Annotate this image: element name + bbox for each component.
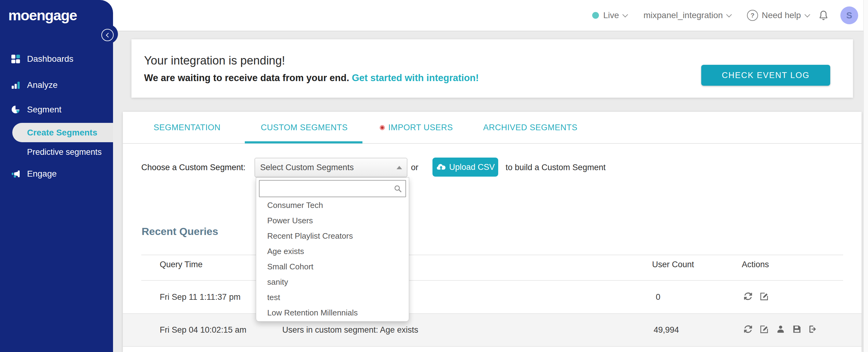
sidebar-item-label: Predictive segments bbox=[27, 148, 102, 157]
sidebar-item-label: Analyze bbox=[27, 80, 58, 90]
environment-switcher[interactable]: Live bbox=[592, 0, 627, 31]
select-value: Select Custom Segments bbox=[260, 163, 354, 172]
chevron-down-icon bbox=[804, 12, 810, 17]
chevron-down-icon bbox=[726, 12, 732, 17]
tab-label: CUSTOM SEGMENTS bbox=[261, 123, 348, 132]
upload-csv-label: Upload CSV bbox=[449, 162, 495, 172]
sidebar-item-analyze[interactable]: Analyze bbox=[0, 76, 113, 94]
tab-import-users[interactable]: IMPORT USERS bbox=[380, 112, 453, 143]
export-icon[interactable] bbox=[808, 324, 818, 334]
choose-segment-label: Choose a Custom Segment: bbox=[141, 158, 245, 177]
edit-icon[interactable] bbox=[760, 324, 769, 334]
help-label: Need help bbox=[762, 10, 801, 20]
dropdown-option[interactable]: Low Retention Millennials bbox=[256, 305, 409, 320]
workspace-name: mixpanel_integration bbox=[644, 10, 723, 20]
sidebar-item-segment[interactable]: Segment bbox=[0, 100, 113, 119]
tab-custom-segments[interactable]: CUSTOM SEGMENTS bbox=[261, 112, 348, 143]
top-header: Live mixpanel_integration ? Need help S bbox=[0, 0, 868, 31]
sidebar-item-dashboards[interactable]: Dashboards bbox=[0, 50, 113, 68]
recent-queries-title: Recent Queries bbox=[142, 225, 218, 237]
query-time-cell: Fri Sep 04 10:02:15 am bbox=[160, 325, 246, 335]
divider bbox=[123, 346, 862, 347]
custom-segment-select[interactable]: Select Custom Segments bbox=[255, 158, 407, 177]
sidebar-item-label: Segment bbox=[27, 105, 61, 115]
dropdown-option[interactable]: sanity bbox=[256, 274, 409, 290]
upload-csv-button[interactable]: Upload CSV bbox=[432, 158, 498, 177]
query-info-cell: Users in custom segment: Age exists bbox=[282, 325, 418, 335]
integration-pending-banner: Your integration is pending! We are wait… bbox=[131, 39, 853, 98]
sidebar-item-engage[interactable]: Engage bbox=[0, 165, 113, 183]
save-icon[interactable] bbox=[792, 324, 802, 334]
avatar-initial: S bbox=[846, 10, 852, 21]
tab-label: ARCHIVED SEGMENTS bbox=[483, 123, 578, 132]
notifications-button[interactable] bbox=[818, 0, 829, 31]
divider bbox=[123, 313, 862, 314]
megaphone-icon bbox=[11, 169, 20, 179]
dropdown-option[interactable]: Age exists bbox=[256, 244, 409, 259]
user-count-cell: 49,994 bbox=[654, 325, 679, 335]
cloud-upload-icon bbox=[436, 162, 446, 172]
chevron-down-icon bbox=[623, 12, 628, 17]
user-avatar[interactable]: S bbox=[840, 6, 858, 24]
column-header-user-count: User Count bbox=[652, 260, 694, 269]
segment-search-input[interactable] bbox=[261, 182, 385, 195]
search-icon bbox=[393, 184, 402, 193]
sidebar: moengage Dashboards Analyze bbox=[0, 0, 113, 352]
sidebar-item-label: Create Segments bbox=[27, 128, 97, 138]
column-header-query-time: Query Time bbox=[160, 260, 203, 269]
live-status-icon bbox=[592, 12, 599, 19]
divider bbox=[141, 255, 843, 255]
dashboards-grid-icon bbox=[11, 54, 20, 64]
user-icon[interactable] bbox=[776, 324, 785, 334]
bell-icon bbox=[818, 9, 829, 21]
question-circle-icon: ? bbox=[747, 10, 758, 21]
column-header-actions: Actions bbox=[742, 260, 769, 269]
check-event-log-button[interactable]: CHECK EVENT LOG bbox=[701, 65, 830, 86]
build-segment-text: to build a Custom Segment bbox=[505, 158, 606, 177]
chevron-left-icon bbox=[106, 33, 111, 37]
or-text: or bbox=[411, 158, 418, 177]
user-count-cell: 0 bbox=[656, 292, 660, 302]
query-time-cell: Fri Sep 11 1:11:37 pm bbox=[160, 292, 241, 302]
tab-bar: SEGMENTATION CUSTOM SEGMENTS IMPORT USER… bbox=[123, 112, 862, 144]
tab-segmentation[interactable]: SEGMENTATION bbox=[154, 112, 220, 143]
import-alert-icon bbox=[380, 125, 385, 130]
tab-archived-segments[interactable]: ARCHIVED SEGMENTS bbox=[483, 112, 578, 143]
sidebar-item-create-segments[interactable]: Create Segments bbox=[12, 123, 113, 142]
banner-title: Your integration is pending! bbox=[144, 54, 285, 67]
segment-search-box bbox=[259, 180, 406, 197]
refresh-icon[interactable] bbox=[743, 324, 753, 334]
row-actions bbox=[743, 324, 818, 334]
bar-chart-icon bbox=[11, 81, 20, 90]
sidebar-item-label: Engage bbox=[27, 169, 57, 179]
custom-segment-dropdown: Consumer Tech Power Users Recent Playlis… bbox=[256, 177, 409, 322]
sidebar-item-label: Dashboards bbox=[27, 54, 73, 64]
help-menu[interactable]: ? Need help bbox=[747, 0, 809, 31]
dropdown-option[interactable]: Small Cohort bbox=[256, 259, 409, 274]
environment-label: Live bbox=[603, 10, 619, 20]
sidebar-item-predictive-segments[interactable]: Predictive segments bbox=[0, 143, 113, 161]
row-actions bbox=[743, 291, 769, 301]
banner-subtitle-text: We are waiting to receive data from your… bbox=[144, 72, 349, 83]
tab-label: IMPORT USERS bbox=[388, 123, 453, 132]
sidebar-collapse-button[interactable] bbox=[101, 29, 114, 41]
banner-subtitle: We are waiting to receive data from your… bbox=[144, 72, 479, 84]
edit-icon[interactable] bbox=[760, 291, 769, 301]
pie-chart-icon bbox=[11, 105, 20, 114]
divider bbox=[141, 280, 843, 281]
moengage-logo[interactable]: moengage bbox=[8, 7, 77, 24]
refresh-icon[interactable] bbox=[743, 291, 753, 301]
dropdown-option[interactable]: Recent Playlist Creators bbox=[256, 228, 409, 244]
workspace-switcher[interactable]: mixpanel_integration bbox=[644, 0, 731, 31]
segments-panel: SEGMENTATION CUSTOM SEGMENTS IMPORT USER… bbox=[123, 112, 862, 352]
dropdown-option[interactable]: test bbox=[256, 290, 409, 305]
moengage-app: Live mixpanel_integration ? Need help S … bbox=[0, 0, 868, 352]
dropdown-option[interactable]: Consumer Tech bbox=[256, 197, 409, 213]
scrollbar[interactable] bbox=[863, 0, 868, 352]
triangle-up-icon bbox=[397, 166, 402, 169]
tab-label: SEGMENTATION bbox=[154, 123, 220, 132]
dropdown-option[interactable]: Power Users bbox=[256, 213, 409, 228]
get-started-link[interactable]: Get started with integration! bbox=[352, 72, 478, 83]
active-tab-indicator bbox=[245, 141, 363, 143]
